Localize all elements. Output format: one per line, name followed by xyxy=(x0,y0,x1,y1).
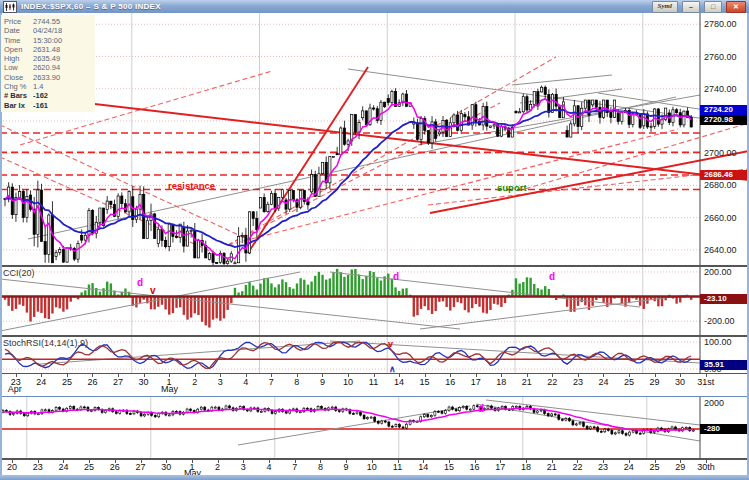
cci-histogram xyxy=(4,269,693,328)
date-tick: 20 xyxy=(7,462,17,472)
stochrsi-indicator-panel[interactable]: v∧ StochRSI(14,14(1),9) 35.91 100.000.00 xyxy=(0,336,749,373)
date-tick: 4 xyxy=(266,462,271,472)
date-tick: 9 xyxy=(320,377,325,387)
price-gridlines xyxy=(0,24,700,250)
support-label: suport xyxy=(497,182,527,193)
breadth-value-label: -280 xyxy=(700,424,747,434)
date-tick: 8 xyxy=(294,377,299,387)
stochrsi-line-k xyxy=(5,343,691,369)
date-tick: 17 xyxy=(471,377,481,387)
date-tick: 7 xyxy=(292,462,297,472)
month-label: Apr xyxy=(8,384,22,394)
minimize-button[interactable]: – xyxy=(682,1,700,13)
info-value: 15:30:00 xyxy=(33,36,92,45)
title-bar: INDEX:$SPX,60 – S & P 500 INDEX Syml – □… xyxy=(0,0,749,13)
info-row: Low2620.94 xyxy=(4,63,92,72)
cci-axis-tick: -200.00 xyxy=(704,316,735,326)
info-row: High2635.49 xyxy=(4,54,92,63)
moving-averages xyxy=(5,99,691,259)
info-row: Price2744.55 xyxy=(4,17,92,26)
date-tick: 29 xyxy=(675,462,685,472)
date-tick: 15 xyxy=(420,377,430,387)
breadth-trend-lines xyxy=(238,400,700,445)
price-axis-tick: 2660.00 xyxy=(704,213,737,223)
quote-info-box: Price2744.55Date04/24/18Time15:30:00Open… xyxy=(1,15,95,112)
close-button[interactable]: ✕ xyxy=(726,1,746,13)
stochrsi-axis-tick: 100.00 xyxy=(704,337,732,347)
date-tick: 3 xyxy=(241,462,246,472)
date-tick: 3 xyxy=(218,377,223,387)
date-axis-main: 2324252627301234789101114151617182122232… xyxy=(0,373,749,392)
date-tick: 11 xyxy=(369,377,378,387)
date-tick: 16 xyxy=(445,377,455,387)
date-tick: 31st xyxy=(697,377,714,387)
info-label: # Bars xyxy=(4,91,33,100)
date-tick: 25 xyxy=(624,377,634,387)
price-axis-tick: 2740.00 xyxy=(704,84,737,94)
date-tick: 18 xyxy=(521,462,531,472)
price-chart-panel[interactable]: resistancesuport Price2744.55Date04/24/1… xyxy=(0,13,749,266)
maximize-button[interactable]: □ xyxy=(704,1,722,13)
annotation-letter: d xyxy=(393,271,399,282)
cci-axis-tick: 200.00 xyxy=(704,267,732,277)
breadth-axis-tick: 2000 xyxy=(704,398,724,408)
info-label: Open xyxy=(4,45,33,54)
symbol-button[interactable]: Syml xyxy=(652,1,678,13)
info-label: Low xyxy=(4,63,33,72)
date-tick: 26 xyxy=(110,462,120,472)
info-row: Bar Ix-161 xyxy=(4,101,92,110)
alert-price-label[interactable]: 2724.20 xyxy=(700,105,747,115)
info-value: 1.4 xyxy=(33,82,92,91)
price-axis-tick: 2680.00 xyxy=(704,180,737,190)
date-tick: 25 xyxy=(84,462,94,472)
date-axis-bottom: 2023242526273012347891011141516171821222… xyxy=(0,459,749,475)
info-value: 2744.55 xyxy=(33,17,92,26)
date-tick: 14 xyxy=(394,377,404,387)
date-tick: 4 xyxy=(243,377,248,387)
price-axis-tick: 2780.00 xyxy=(704,19,737,29)
info-value: -161 xyxy=(33,101,92,110)
date-tick: 29 xyxy=(650,377,660,387)
info-value: 2631.48 xyxy=(33,45,92,54)
breadth-chart-panel[interactable]: d 2000 -280 xyxy=(0,396,749,459)
info-label: Bar Ix xyxy=(4,101,33,110)
date-tick: 7 xyxy=(269,377,274,387)
date-tick: 21 xyxy=(547,462,557,472)
info-row: Chg %1.4 xyxy=(4,82,92,91)
info-value: -162 xyxy=(33,91,92,100)
info-value: 2633.90 xyxy=(33,73,92,82)
window-frame-bottom xyxy=(0,475,749,480)
annotation-letter: d xyxy=(478,403,484,414)
date-tick: 9 xyxy=(344,462,349,472)
date-tick: 26 xyxy=(87,377,97,387)
price-axis-tick: 2700.00 xyxy=(704,148,737,158)
date-tick: 27 xyxy=(113,377,123,387)
date-tick: 22 xyxy=(572,462,582,472)
date-tick: 15 xyxy=(444,462,454,472)
cci-value-label: -23.10 xyxy=(700,294,747,304)
date-tick: 16 xyxy=(470,462,480,472)
date-tick: 22 xyxy=(547,377,557,387)
annotation-letter: d xyxy=(137,277,143,288)
date-tick: 17 xyxy=(495,462,505,472)
annotation-letter: v xyxy=(150,285,156,296)
date-tick: 2 xyxy=(215,462,220,472)
date-tick: 11 xyxy=(393,462,402,472)
date-tick: 24 xyxy=(598,377,608,387)
date-tick: 10 xyxy=(367,462,377,472)
info-value: 2620.94 xyxy=(33,63,92,72)
info-label: Date xyxy=(4,26,33,35)
info-label: Chg % xyxy=(4,82,33,91)
info-label: High xyxy=(4,54,33,63)
date-tick: 23 xyxy=(598,462,608,472)
date-tick: 24 xyxy=(58,462,68,472)
info-row: Date04/24/18 xyxy=(4,26,92,35)
info-row: Close2633.90 xyxy=(4,73,92,82)
price-axis-tick: 2760.00 xyxy=(704,52,737,62)
support-price-label: 2686.46 xyxy=(700,170,747,180)
date-tick: 10 xyxy=(343,377,353,387)
date-tick: 23 xyxy=(573,377,583,387)
cci-indicator-panel[interactable]: dvdd CCI(20) -23.10 200.000.00-200.00 xyxy=(0,266,749,336)
info-label: Close xyxy=(4,73,33,82)
date-tick: 23 xyxy=(33,462,43,472)
